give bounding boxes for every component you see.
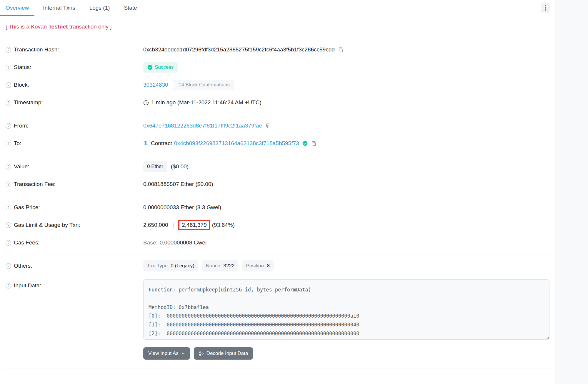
help-icon[interactable]: ?	[6, 65, 11, 70]
help-icon[interactable]: ?	[6, 182, 11, 187]
gas-price-label: Gas Price:	[14, 204, 40, 211]
row-gas-price: ? Gas Price: 0.0000000033 Ether (3.3 Gwe…	[6, 199, 549, 216]
gas-fees-base-value: 0.000000008 Gwei	[160, 239, 207, 246]
block-number-link[interactable]: 30324830	[143, 82, 168, 88]
clock-icon	[143, 100, 149, 105]
help-icon[interactable]: ?	[6, 205, 11, 210]
help-icon[interactable]: ?	[6, 100, 11, 105]
from-address-link[interactable]: 0x647e7168122263d8e7f81f17fff9c2f1aa379f…	[143, 123, 262, 129]
help-icon[interactable]: ?	[6, 82, 11, 88]
input-data-label: Input Data:	[14, 282, 41, 289]
help-icon[interactable]: ?	[6, 164, 11, 170]
status-badge-text: Success	[155, 64, 174, 70]
verified-check-icon	[302, 141, 308, 146]
chevron-down-icon	[181, 352, 185, 356]
input-data-textarea[interactable]: Function: performUpkeep(uint256 id, byte…	[143, 279, 549, 340]
section-addresses: ? From: 0x647e7168122263d8e7f81f17fff9c2…	[0, 114, 555, 155]
to-contract-prefix: Contract	[151, 140, 172, 147]
kebab-dot	[545, 7, 546, 9]
annotation-highlight-box: 2,481,379	[178, 220, 210, 230]
help-icon[interactable]: ?	[6, 263, 11, 269]
section-value: ? Value: 0 Ether ($0.00) ? Transaction F…	[0, 155, 555, 196]
help-icon[interactable]: ?	[6, 240, 11, 246]
decode-icon	[199, 351, 204, 356]
nonce-badge: Nonce: 3222	[202, 260, 239, 271]
kebab-dot	[545, 5, 546, 6]
help-icon[interactable]: ?	[6, 283, 11, 289]
value-label: Value:	[14, 163, 29, 170]
row-status: ? Status: Success	[6, 58, 549, 76]
others-label: Others:	[14, 263, 32, 269]
tab-bar: Overview Internal Txns Logs (1) State	[0, 0, 555, 16]
tab-state[interactable]: State	[118, 0, 142, 16]
txn-type-badge: Txn Type: 0 (Legacy)	[143, 260, 198, 271]
gas-fees-label: Gas Fees:	[14, 239, 40, 246]
section-others-input: ? Others: Txn Type: 0 (Legacy) Nonce: 32…	[0, 254, 555, 363]
row-timestamp: ? Timestamp: 1 min ago (Mar-11-2022 11:4…	[6, 94, 549, 111]
row-gas-limit-usage: ? Gas Limit & Usage by Txn: 2,650,000 | …	[6, 216, 549, 234]
block-label: Block:	[14, 82, 29, 88]
decode-input-data-label: Decode Input Data	[206, 351, 248, 356]
decode-input-data-button[interactable]: Decode Input Data	[194, 347, 253, 360]
transaction-hash-label: Transaction Hash:	[14, 46, 59, 53]
testnet-notice: [ This is a Kovan Testnet transaction on…	[0, 16, 555, 38]
help-icon[interactable]: ?	[6, 141, 11, 146]
txn-type-value: 0 (Legacy)	[171, 263, 194, 269]
view-input-as-button[interactable]: View Input As	[143, 347, 190, 360]
copy-icon[interactable]	[338, 47, 344, 53]
gas-fees-base-label: Base:	[143, 239, 158, 246]
more-options-button[interactable]	[541, 3, 550, 13]
notice-suffix: transaction only ]	[68, 24, 112, 30]
transaction-fee-value: 0.0081885507 Ether ($0.00)	[143, 181, 213, 187]
notice-prefix: [ This is a Kovan	[6, 24, 48, 30]
value-usd: ($0.00)	[171, 163, 189, 170]
help-icon[interactable]: ?	[6, 123, 11, 129]
position-value: 8	[267, 263, 270, 269]
check-circle-icon	[147, 65, 153, 70]
row-gas-fees: ? Gas Fees: Base: 0.000000008 Gwei	[6, 234, 549, 251]
gas-used-percent: (93.64%)	[212, 222, 235, 228]
from-label: From:	[14, 123, 29, 129]
copy-icon[interactable]	[311, 141, 317, 146]
timestamp-value: 1 min ago (Mar-11-2022 11:46:24 AM +UTC)	[151, 99, 261, 106]
gas-limit-value: 2,650,000	[143, 222, 168, 228]
status-label: Status:	[14, 64, 31, 71]
row-value: ? Value: 0 Ether ($0.00)	[6, 158, 549, 175]
transaction-overview-card: Overview Internal Txns Logs (1) State [ …	[0, 0, 555, 384]
tab-logs[interactable]: Logs (1)	[84, 0, 116, 16]
timestamp-label: Timestamp:	[14, 99, 43, 106]
kebab-dot	[545, 9, 546, 11]
position-badge: Position: 8	[242, 260, 274, 271]
divider	[4, 368, 552, 368]
view-input-as-label: View Input As	[148, 351, 179, 356]
gas-price-value: 0.0000000033 Ether (3.3 Gwei)	[143, 204, 221, 211]
txn-type-key: Txn Type:	[147, 263, 169, 269]
transaction-hash-value: 0xcb324eedcd1d07296fdf3d215a2865275f159c…	[143, 46, 335, 53]
value-badge: 0 Ether	[143, 161, 167, 172]
row-others: ? Others: Txn Type: 0 (Legacy) Nonce: 32…	[6, 257, 549, 275]
block-confirmations-badge: 14 Block Confirmations	[171, 80, 234, 90]
row-to: ? To: Contract 0x4cb093f226983713164a621…	[6, 135, 549, 152]
help-icon[interactable]: ?	[6, 47, 11, 53]
notice-bold: Testnet	[48, 24, 68, 30]
to-label: To:	[14, 140, 21, 147]
help-icon[interactable]: ?	[6, 222, 11, 228]
row-block: ? Block: 30324830 14 Block Confirmations	[6, 76, 549, 94]
nonce-value: 3222	[224, 263, 235, 269]
status-badge: Success	[143, 62, 178, 73]
zoom-in-icon[interactable]	[143, 141, 149, 146]
row-transaction-fee: ? Transaction Fee: 0.0081885507 Ether ($…	[6, 175, 549, 193]
input-data-actions: View Input As Decode Input Data	[143, 347, 549, 360]
gas-separator: |	[173, 222, 174, 228]
nonce-key: Nonce:	[206, 263, 222, 269]
row-input-data: ? Input Data: Function: performUpkeep(ui…	[6, 279, 549, 361]
row-transaction-hash: ? Transaction Hash: 0xcb324eedcd1d07296f…	[6, 41, 549, 58]
copy-icon[interactable]	[265, 123, 271, 129]
tab-overview[interactable]: Overview	[0, 0, 34, 16]
gas-limit-label: Gas Limit & Usage by Txn:	[14, 222, 80, 228]
to-address-link[interactable]: 0x4cb093f226983713164a62138c3f718a5b595f…	[174, 140, 299, 147]
row-from: ? From: 0x647e7168122263d8e7f81f17fff9c2…	[6, 117, 549, 135]
transaction-fee-label: Transaction Fee:	[14, 181, 56, 187]
tab-internal-txns[interactable]: Internal Txns	[37, 0, 81, 16]
gas-used-value: 2,481,379	[182, 222, 207, 228]
